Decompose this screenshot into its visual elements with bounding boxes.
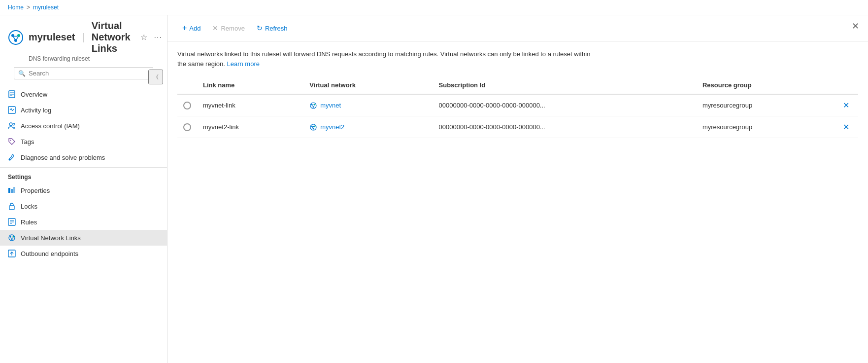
row1-vnet-icon [309,102,317,109]
sidebar-item-properties[interactable]: Properties [0,182,167,198]
sidebar-item-activity-log[interactable]: Activity log [0,102,167,118]
svg-rect-20 [11,189,13,193]
favorite-star[interactable]: ☆ [140,33,147,42]
activity-icon [8,106,16,114]
dns-ruleset-icon [8,30,24,45]
search-box: 🔍 [14,67,153,79]
svg-line-13 [11,109,12,111]
svg-rect-22 [9,206,14,210]
remove-button[interactable]: ✕ Remove [207,22,249,35]
svg-point-29 [13,236,14,238]
table-row: myvnet2-link [177,116,858,138]
tag-icon [8,138,16,145]
more-options-btn[interactable]: ··· [154,33,162,42]
lock-icon [8,202,16,210]
svg-line-14 [12,109,14,111]
svg-line-41 [312,105,313,107]
sidebar-item-label-activity-log: Activity log [21,107,51,114]
resource-section: Virtual Network Links [92,20,131,54]
row1-select-cell [177,94,197,116]
th-select [177,76,197,94]
search-input[interactable] [29,70,149,77]
refresh-icon: ↻ [257,24,263,32]
row2-select-cell [177,116,197,138]
vnet-links-icon [8,234,16,242]
refresh-button[interactable]: ↻ Refresh [252,22,293,35]
content-area: ✕ + Add ✕ Remove ↻ Refresh Virtual netwo… [167,15,868,363]
sidebar-item-label-diagnose: Diagnose and solve problems [21,154,105,161]
collapse-sidebar-button[interactable]: 《 [148,70,163,84]
th-subscription-id: Subscription Id [433,76,697,94]
svg-line-42 [314,105,315,107]
sidebar-item-label-locks: Locks [21,203,37,210]
svg-point-15 [9,123,12,126]
th-virtual-network: Virtual network [303,76,433,94]
remove-label: Remove [221,25,244,32]
learn-more-link[interactable]: Learn more [227,60,259,68]
row2-radio[interactable] [183,123,191,131]
sidebar-item-overview[interactable]: Overview [0,86,167,102]
svg-point-45 [314,125,316,127]
sidebar-item-locks[interactable]: Locks [0,198,167,214]
breadcrumb-home[interactable]: Home [8,4,24,11]
row2-delete-cell: ✕ [834,116,858,138]
search-icon: 🔍 [18,70,26,77]
row1-radio[interactable] [183,102,191,109]
row2-link-name: myvnet2-link [197,116,303,138]
sidebar-item-outbound-endpoints[interactable]: Outbound endpoints [0,246,167,261]
add-label: Add [189,25,200,32]
main-layout: myruleset | Virtual Network Links ☆ ··· … [0,15,868,363]
refresh-label: Refresh [265,25,288,32]
svg-line-5 [13,36,15,39]
sidebar-item-tags[interactable]: Tags [0,134,167,149]
row1-resource-group: myresourcegroup [697,94,834,116]
outbound-icon [8,250,16,257]
add-button[interactable]: + Add [177,21,205,35]
svg-point-16 [13,123,15,125]
sidebar-item-label-outbound-endpoints: Outbound endpoints [21,250,78,257]
row1-vnet-name: myvnet [320,102,341,109]
sidebar-item-access-control[interactable]: Access control (IAM) [0,118,167,134]
remove-icon: ✕ [212,24,218,32]
breadcrumb-current[interactable]: myruleset [33,4,59,11]
breadcrumb-separator: > [27,4,30,11]
row2-vnet-icon [309,123,317,131]
th-link-name: Link name [197,76,303,94]
rules-icon [8,218,16,226]
svg-rect-19 [8,188,10,193]
resource-pipe: | [82,32,85,43]
th-resource-group: Resource group [697,76,834,94]
row1-delete-button[interactable]: ✕ [840,100,852,111]
sidebar-item-rules[interactable]: Rules [0,214,167,230]
row1-subscription-id: 00000000-0000-0000-0000-000000... [433,94,697,116]
wrench-icon [8,153,16,161]
svg-line-6 [17,36,19,39]
sidebar-item-label-virtual-network-links: Virtual Network Links [21,234,81,242]
row2-vnet-link[interactable]: myvnet2 [309,123,427,131]
svg-line-32 [11,237,12,239]
row2-resource-group: myresourcegroup [697,116,834,138]
table-header-row: Link name Virtual network Subscription I… [177,76,858,94]
sidebar-item-label-tags: Tags [21,138,34,145]
svg-point-17 [10,140,11,141]
add-icon: + [182,24,187,33]
resource-title-row: myruleset | Virtual Network Links ☆ ··· [8,20,159,54]
collapse-icon: 《 [153,73,159,81]
toolbar: + Add ✕ Remove ↻ Refresh [167,15,868,41]
resource-name: myruleset [29,32,75,43]
row2-delete-button[interactable]: ✕ [840,121,852,133]
sidebar-nav: Overview Activity log Access control (IA… [0,86,167,363]
close-button[interactable]: ✕ [848,19,862,33]
sidebar-header: myruleset | Virtual Network Links ☆ ··· … [0,15,167,86]
settings-section-header: Settings [0,167,167,182]
sidebar-item-label-access-control: Access control (IAM) [21,122,80,130]
row1-vnet-link[interactable]: myvnet [309,102,427,109]
table-container: Link name Virtual network Subscription I… [167,76,868,138]
sidebar-header-wrapper: myruleset | Virtual Network Links ☆ ··· … [0,15,167,86]
sidebar: myruleset | Virtual Network Links ☆ ··· … [0,15,167,363]
svg-line-49 [314,127,315,128]
sidebar-item-diagnose[interactable]: Diagnose and solve problems [0,149,167,165]
sidebar-item-virtual-network-links[interactable]: Virtual Network Links [0,230,167,246]
resource-subtitle: DNS forwarding ruleset [29,55,159,62]
row1-virtual-network: myvnet [303,94,433,116]
